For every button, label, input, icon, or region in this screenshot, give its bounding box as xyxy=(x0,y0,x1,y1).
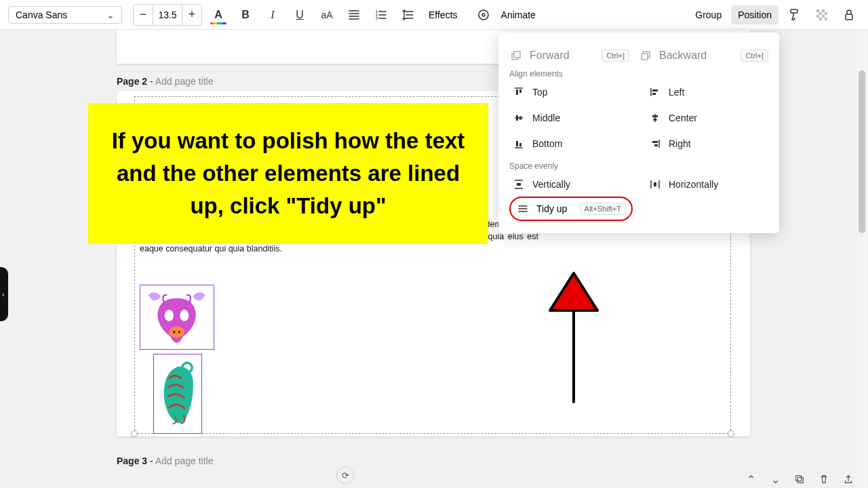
align-right-icon xyxy=(648,137,662,150)
svg-rect-38 xyxy=(519,143,521,146)
selected-graphic-lion[interactable] xyxy=(153,354,202,434)
font-size-stepper: − 13.5 + xyxy=(133,4,202,26)
tidy-up-button[interactable]: Tidy up Alt+Shift+T xyxy=(509,197,633,221)
svg-point-21 xyxy=(178,331,181,333)
side-panel-toggle[interactable]: ‹ xyxy=(0,267,8,321)
text-color-icon[interactable]: A xyxy=(208,4,229,26)
page-3-label[interactable]: Page 3 - Add page title xyxy=(117,455,854,466)
scroll-thumb[interactable] xyxy=(859,70,865,233)
lock-icon[interactable] xyxy=(838,4,860,26)
align-left-button[interactable]: Left xyxy=(646,81,768,103)
animate-button[interactable]: Animate xyxy=(494,5,542,24)
forward-icon xyxy=(509,49,523,62)
space-horizontal-icon xyxy=(648,178,662,191)
svg-text:3: 3 xyxy=(376,16,378,20)
svg-rect-31 xyxy=(652,89,658,92)
tidy-up-icon xyxy=(516,202,530,216)
svg-point-18 xyxy=(180,310,189,321)
share-page-icon[interactable] xyxy=(840,470,857,488)
svg-rect-36 xyxy=(654,119,657,121)
align-right-button[interactable]: Right xyxy=(646,133,768,155)
position-popover: Forward Ctrl+] Backward Ctrl+[ Align ele… xyxy=(498,33,779,233)
backward-shortcut: Ctrl+[ xyxy=(741,49,768,62)
svg-rect-13 xyxy=(825,18,827,20)
svg-rect-24 xyxy=(797,477,803,483)
selection-handle[interactable] xyxy=(131,430,138,437)
svg-rect-11 xyxy=(822,15,825,18)
underline-icon[interactable]: U xyxy=(289,4,311,26)
svg-rect-39 xyxy=(652,141,658,143)
selection-handle[interactable] xyxy=(728,430,734,437)
font-size-value[interactable]: 13.5 xyxy=(153,5,182,25)
align-bottom-button[interactable]: Bottom xyxy=(509,133,632,155)
forward-button[interactable]: Forward Ctrl+] xyxy=(509,49,639,62)
svg-point-4 xyxy=(482,14,485,16)
svg-rect-35 xyxy=(652,115,658,117)
svg-rect-33 xyxy=(516,115,518,121)
vertical-scrollbar[interactable] xyxy=(857,30,867,488)
page-number: Page 3 xyxy=(117,455,147,466)
align-icon[interactable] xyxy=(343,4,365,26)
align-top-button[interactable]: Top xyxy=(509,81,632,103)
svg-rect-37 xyxy=(516,141,518,146)
text-case-icon[interactable]: aA xyxy=(316,4,338,26)
svg-rect-23 xyxy=(796,476,802,481)
svg-rect-8 xyxy=(819,12,822,15)
bold-icon[interactable]: B xyxy=(235,4,256,26)
align-center-button[interactable]: Center xyxy=(646,107,768,129)
align-top-icon xyxy=(512,85,526,99)
sync-icon[interactable]: ⟳ xyxy=(336,466,354,484)
chevron-down-icon: ⌄ xyxy=(106,9,115,20)
tidy-up-shortcut: Alt+Shift+T xyxy=(580,203,626,215)
backward-button[interactable]: Backward Ctrl+[ xyxy=(639,49,768,62)
align-middle-button[interactable]: Middle xyxy=(509,107,632,129)
space-vertically-button[interactable]: Vertically xyxy=(509,174,632,195)
text-toolbar: Canva Sans ⌄ − 13.5 + A B I U aA 123 Eff… xyxy=(0,0,868,30)
size-increase-button[interactable]: + xyxy=(182,5,201,25)
svg-rect-32 xyxy=(652,93,656,95)
svg-point-3 xyxy=(479,10,488,20)
svg-rect-28 xyxy=(642,54,648,60)
font-family-select[interactable]: Canva Sans ⌄ xyxy=(8,6,122,24)
align-left-icon xyxy=(648,85,662,99)
page-up-icon[interactable]: ⌃ xyxy=(742,470,760,488)
space-horizontally-button[interactable]: Horizontally xyxy=(646,174,768,195)
list-icon[interactable]: 123 xyxy=(370,4,392,26)
size-decrease-button[interactable]: − xyxy=(134,5,153,25)
page-number: Page 2 xyxy=(117,76,147,87)
svg-rect-42 xyxy=(654,182,656,186)
svg-rect-40 xyxy=(654,144,658,146)
svg-rect-34 xyxy=(519,117,521,120)
align-bottom-icon xyxy=(512,137,526,150)
duplicate-page-icon[interactable] xyxy=(791,470,808,488)
align-middle-icon xyxy=(512,111,526,125)
spacing-icon[interactable] xyxy=(397,4,419,26)
svg-point-17 xyxy=(165,310,174,321)
instruction-text: If you want to polish how the text and t… xyxy=(107,125,469,222)
copy-style-icon[interactable] xyxy=(784,4,806,26)
backward-icon xyxy=(639,49,652,62)
page-down-icon[interactable]: ⌄ xyxy=(766,470,784,488)
svg-rect-12 xyxy=(819,18,822,20)
svg-rect-41 xyxy=(517,183,521,186)
svg-rect-9 xyxy=(825,12,827,15)
position-button[interactable]: Position xyxy=(731,5,778,24)
backward-label: Backward xyxy=(659,49,707,62)
forward-shortcut: Ctrl+] xyxy=(601,49,629,62)
selected-graphic-cow[interactable] xyxy=(140,285,214,350)
svg-rect-5 xyxy=(791,9,797,13)
annotation-arrow xyxy=(540,270,608,405)
space-section-label: Space evenly xyxy=(509,161,768,171)
italic-icon[interactable]: I xyxy=(262,4,283,26)
page-title-placeholder: Add page title xyxy=(155,455,214,466)
svg-rect-14 xyxy=(846,14,852,20)
tidy-up-label: Tidy up xyxy=(536,203,567,214)
svg-rect-26 xyxy=(514,52,520,58)
animate-icon[interactable] xyxy=(473,4,494,26)
effects-button[interactable]: Effects xyxy=(422,5,465,24)
align-center-icon xyxy=(648,111,662,125)
delete-page-icon[interactable] xyxy=(815,470,833,488)
align-section-label: Align elements xyxy=(509,69,768,79)
group-button[interactable]: Group xyxy=(688,5,728,24)
transparency-icon[interactable] xyxy=(811,4,833,26)
